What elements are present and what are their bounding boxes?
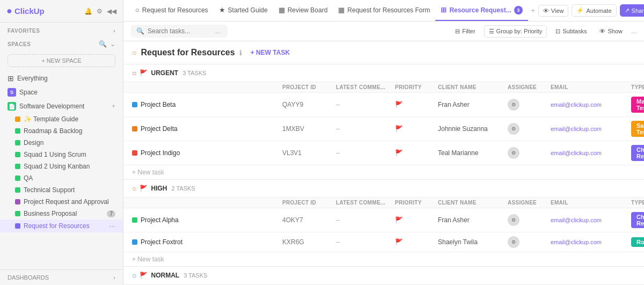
- info-icon[interactable]: ℹ: [239, 49, 242, 57]
- gear-icon[interactable]: ⚙: [97, 8, 103, 15]
- group-by-button[interactable]: ☰ Group by: Priority: [484, 25, 547, 38]
- tab-request-for-resources[interactable]: ○ Request for Resources: [130, 0, 214, 21]
- new-task-urgent[interactable]: + New task: [123, 165, 644, 179]
- main-content: ○ Request for Resources ★ Started Guide …: [123, 0, 644, 285]
- sidebar-item-project-request[interactable]: Project Request and Approval: [0, 196, 123, 208]
- tab-icon-started: ★: [219, 6, 225, 14]
- logo: ● ClickUp: [6, 5, 45, 17]
- normal-circle-icon: ○: [132, 271, 136, 280]
- task-client: Teal Marianne: [438, 149, 508, 157]
- task-type: Change Reque...: [631, 145, 644, 161]
- sidebar-item-qa[interactable]: QA: [0, 172, 123, 184]
- col-header-email: EMAIL: [551, 200, 631, 206]
- avatar: ⚙: [508, 147, 519, 159]
- table-row[interactable]: Project Alpha 4OKY7 – 🚩 Fran Asher ⚙ ema…: [123, 208, 644, 232]
- filter-button[interactable]: ⊟ Filter: [451, 26, 479, 37]
- group-high[interactable]: ○ 🚩 HIGH 2 TASKS: [123, 179, 644, 197]
- col-header-priority: PRIORITY: [395, 200, 438, 206]
- space-icon: S: [8, 88, 16, 97]
- sidebar-item-software-development[interactable]: 📄 Software Development +: [0, 99, 123, 113]
- group-normal[interactable]: ○ 🚩 NORMAL 3 TASKS: [123, 266, 644, 284]
- sidebar-item-squad2[interactable]: Squad 2 Using Kanban: [0, 160, 123, 172]
- task-type: Change Reque...: [631, 212, 644, 228]
- spaces-chevron-icon[interactable]: ⌄: [110, 40, 115, 48]
- task-priority: 🚩: [395, 149, 438, 157]
- search-icon: 🔍: [136, 27, 144, 35]
- task-name-cell: Project Indigo: [132, 149, 282, 157]
- tab-icon-review: ▦: [279, 6, 285, 14]
- task-email: email@clickup.com: [551, 150, 631, 156]
- sidebar-item-squad1[interactable]: Squad 1 Using Scrum: [0, 149, 123, 160]
- task-status-dot: [132, 217, 137, 223]
- task-comment: –: [336, 101, 395, 108]
- col-header-project-id: PROJECT ID: [282, 200, 336, 206]
- group-urgent[interactable]: ○ 🚩 URGENT 3 TASKS: [123, 64, 644, 82]
- search-input-wrap[interactable]: 🔍 ...: [131, 25, 228, 38]
- spaces-header: SPACES 🔍 ⌄: [0, 36, 123, 50]
- show-icon: 👁: [599, 28, 605, 34]
- add-tab-icon[interactable]: +: [528, 7, 538, 14]
- task-assignee: ⚙: [508, 99, 551, 111]
- show-button[interactable]: 👁 Show: [595, 26, 627, 36]
- tab-review-board[interactable]: ▦ Review Board: [273, 0, 333, 21]
- task-name-cell: Project Beta: [132, 101, 282, 108]
- table-row[interactable]: Project Delta 1MXBV – 🚩 Johnnie Suzanna …: [123, 117, 644, 141]
- search-icon[interactable]: 🔍: [99, 40, 107, 48]
- tab-resource-request[interactable]: ⊞ Resource Request... 3: [435, 0, 528, 21]
- tab-icon-request: ○: [135, 6, 140, 14]
- favorites-chevron-icon[interactable]: ›: [113, 28, 115, 34]
- add-icon[interactable]: +: [112, 103, 115, 110]
- sidebar-item-request-for-resources[interactable]: Request for Resources ···: [0, 220, 123, 232]
- task-project-id: VL3V1: [282, 149, 336, 157]
- task-comment: –: [336, 125, 395, 133]
- col-header-type: TYPE: [631, 84, 644, 90]
- task-name-cell: Project Alpha: [132, 216, 282, 224]
- request-resources-dot: [15, 223, 20, 229]
- dashboards-chevron-icon[interactable]: ›: [113, 274, 115, 281]
- tab-request-form[interactable]: ▦ Request for Resources Form: [333, 0, 435, 21]
- urgent-circle-icon: ○: [132, 69, 136, 77]
- search-more-icon[interactable]: ...: [215, 27, 221, 35]
- col-header-client: CLIENT NAME: [438, 84, 508, 90]
- sidebar-item-business-proposal[interactable]: Business Proposal 7: [0, 208, 123, 220]
- new-task-high[interactable]: + New task: [123, 252, 644, 266]
- collapse-icon[interactable]: ◀◀: [107, 8, 116, 15]
- task-priority: 🚩: [395, 216, 438, 224]
- search-bar: 🔍 ... ⊟ Filter ☰ Group by: Priority ⊡ Su…: [123, 21, 644, 41]
- more-options-icon[interactable]: ...: [631, 27, 636, 35]
- sidebar-item-roadmap[interactable]: Roadmap & Backlog: [0, 125, 123, 137]
- new-space-button[interactable]: + NEW SPACE: [8, 54, 115, 67]
- task-assignee: ⚙: [508, 236, 551, 248]
- task-comment: –: [336, 149, 395, 157]
- subtasks-button[interactable]: ⊡ Subtasks: [551, 26, 591, 37]
- new-task-button[interactable]: + NEW TASK: [246, 47, 294, 59]
- task-status-dot: [132, 150, 137, 156]
- task-assignee: ⚙: [508, 147, 551, 159]
- bell-icon[interactable]: 🔔: [84, 8, 92, 15]
- top-nav: ○ Request for Resources ★ Started Guide …: [123, 0, 644, 21]
- sidebar-item-design[interactable]: Design: [0, 137, 123, 149]
- dashboards-section[interactable]: DASHBOARDS ›: [0, 269, 123, 285]
- tab-started-guide[interactable]: ★ Started Guide: [214, 0, 273, 21]
- search-input[interactable]: [148, 27, 212, 35]
- sidebar-item-space[interactable]: S Space: [0, 85, 123, 99]
- table-row[interactable]: Project Indigo VL3V1 – 🚩 Teal Marianne ⚙…: [123, 141, 644, 165]
- sidebar-item-template-guide[interactable]: ✨ Template Guide: [0, 113, 123, 125]
- page-header: ○ Request for Resources ℹ + NEW TASK: [123, 41, 644, 64]
- template-guide-dot: [15, 116, 20, 122]
- spaces-header-icons: 🔍 ⌄: [99, 40, 115, 48]
- search-actions: ⊟ Filter ☰ Group by: Priority ⊡ Subtasks…: [451, 25, 636, 38]
- table-row[interactable]: Project Beta QAYY9 – 🚩 Fran Asher ⚙ emai…: [123, 93, 644, 117]
- sidebar-item-everything[interactable]: ⊞ Everything: [0, 71, 123, 85]
- table-row[interactable]: Project Foxtrot KXR6G – 🚩 Shaelyn Twila …: [123, 232, 644, 252]
- item-more-icon[interactable]: ···: [109, 222, 115, 230]
- sidebar-item-technical-support[interactable]: Technical Support: [0, 184, 123, 196]
- task-assignee: ⚙: [508, 214, 551, 226]
- favorites-label: FAVORITES ›: [0, 23, 123, 36]
- automate-icon: ⚡: [576, 7, 584, 14]
- task-project-id: 4OKY7: [282, 216, 336, 224]
- high-circle-icon: ○: [132, 184, 136, 193]
- view-button[interactable]: 👁 View: [538, 5, 569, 17]
- automate-button[interactable]: ⚡ Automate: [572, 4, 616, 17]
- share-button[interactable]: ↗ Share: [620, 4, 644, 17]
